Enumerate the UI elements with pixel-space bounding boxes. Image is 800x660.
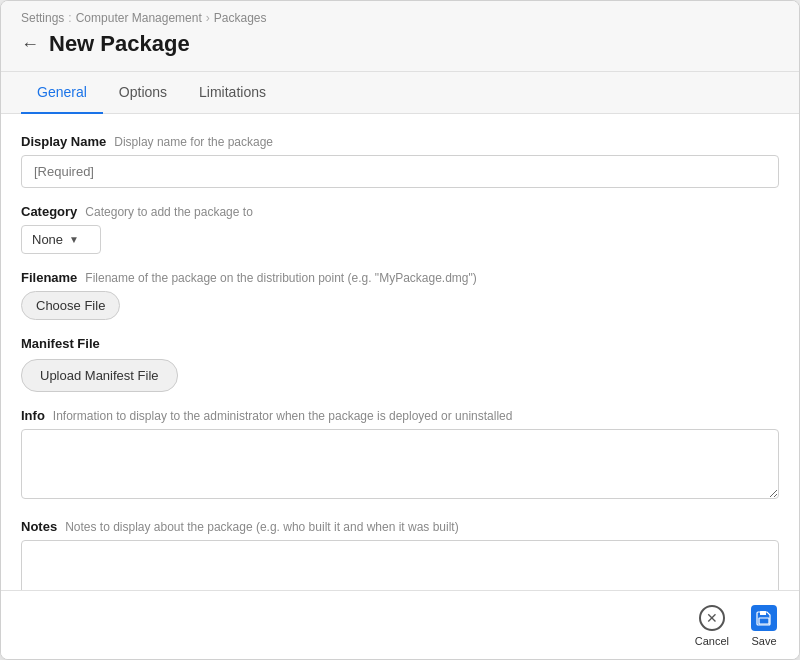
filename-label: Filename	[21, 270, 77, 285]
category-select[interactable]: None ▼	[21, 225, 101, 254]
cancel-icon: ✕	[699, 605, 725, 631]
app-window: Settings : Computer Management › Package…	[0, 0, 800, 660]
info-field: Info Information to display to the admin…	[21, 408, 779, 503]
header: Settings : Computer Management › Package…	[1, 1, 799, 72]
filename-hint: Filename of the package on the distribut…	[85, 271, 476, 285]
display-name-input[interactable]	[21, 155, 779, 188]
cancel-icon-wrapper: ✕	[697, 603, 727, 633]
info-textarea[interactable]	[21, 429, 779, 499]
cancel-x: ✕	[706, 610, 718, 626]
category-hint: Category to add the package to	[85, 205, 252, 219]
filename-field: Filename Filename of the package on the …	[21, 270, 779, 320]
tab-general[interactable]: General	[21, 72, 103, 114]
display-name-field: Display Name Display name for the packag…	[21, 134, 779, 188]
info-label-row: Info Information to display to the admin…	[21, 408, 779, 423]
breadcrumb-sep-1: :	[68, 11, 71, 25]
category-dropdown-arrow: ▼	[69, 234, 79, 245]
tabs-bar: General Options Limitations	[1, 72, 799, 114]
svg-rect-0	[760, 611, 766, 615]
breadcrumb-packages: Packages	[214, 11, 267, 25]
save-label: Save	[751, 635, 776, 647]
breadcrumb-settings: Settings	[21, 11, 64, 25]
filename-label-row: Filename Filename of the package on the …	[21, 270, 779, 285]
content-area: Display Name Display name for the packag…	[1, 114, 799, 590]
tab-limitations[interactable]: Limitations	[183, 72, 282, 114]
info-hint: Information to display to the administra…	[53, 409, 513, 423]
notes-textarea[interactable]	[21, 540, 779, 590]
notes-label-row: Notes Notes to display about the package…	[21, 519, 779, 534]
tab-options[interactable]: Options	[103, 72, 183, 114]
breadcrumb: Settings : Computer Management › Package…	[21, 11, 779, 25]
notes-field: Notes Notes to display about the package…	[21, 519, 779, 590]
cancel-button[interactable]: ✕ Cancel	[695, 603, 729, 647]
upload-manifest-button[interactable]: Upload Manifest File	[21, 359, 178, 392]
save-icon-wrapper	[749, 603, 779, 633]
category-label: Category	[21, 204, 77, 219]
page-title: New Package	[49, 31, 190, 57]
display-name-hint: Display name for the package	[114, 135, 273, 149]
category-value: None	[32, 232, 63, 247]
footer: ✕ Cancel Save	[1, 590, 799, 659]
manifest-file-label: Manifest File	[21, 336, 779, 351]
save-button[interactable]: Save	[749, 603, 779, 647]
notes-hint: Notes to display about the package (e.g.…	[65, 520, 459, 534]
breadcrumb-sep-2: ›	[206, 11, 210, 25]
back-button[interactable]: ←	[21, 35, 39, 53]
page-title-row: ← New Package	[21, 31, 779, 57]
choose-file-button[interactable]: Choose File	[21, 291, 120, 320]
display-name-label-row: Display Name Display name for the packag…	[21, 134, 779, 149]
save-floppy-icon	[751, 605, 777, 631]
svg-rect-1	[759, 618, 769, 624]
notes-label: Notes	[21, 519, 57, 534]
info-label: Info	[21, 408, 45, 423]
display-name-label: Display Name	[21, 134, 106, 149]
category-label-row: Category Category to add the package to	[21, 204, 779, 219]
category-field: Category Category to add the package to …	[21, 204, 779, 254]
manifest-file-field: Manifest File Upload Manifest File	[21, 336, 779, 392]
breadcrumb-computer-management: Computer Management	[76, 11, 202, 25]
cancel-label: Cancel	[695, 635, 729, 647]
